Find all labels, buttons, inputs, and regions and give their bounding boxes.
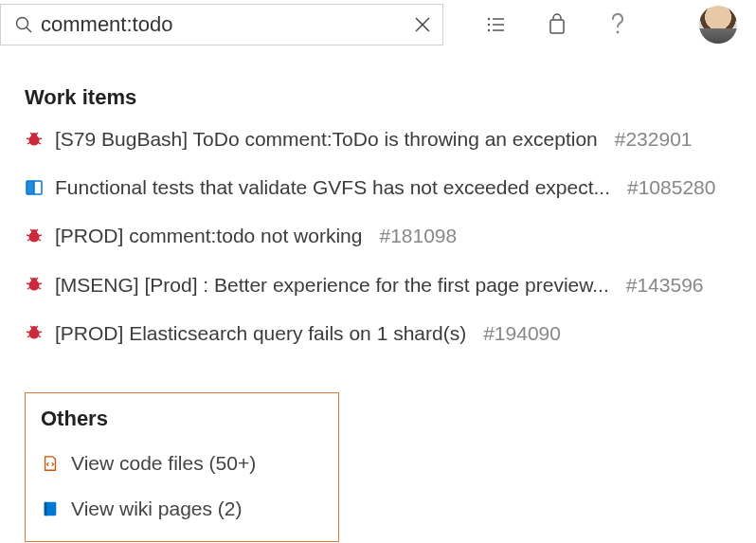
help-icon [606,11,629,38]
search-input[interactable] [33,12,410,37]
svg-point-11 [617,31,620,34]
book-icon [25,178,44,197]
toolbar-icons [481,9,633,40]
svg-line-33 [27,283,30,284]
others-list: View code files (50+)View wiki pages (2) [41,452,323,520]
clear-search-button[interactable] [410,12,435,37]
work-items-heading: Work items [25,85,731,110]
svg-point-0 [17,18,28,29]
work-item-id: #194090 [483,321,561,345]
bag-icon [546,13,568,36]
work-item-title: [MSENG] [Prod] : Better experience for t… [55,273,609,297]
svg-line-15 [38,138,42,139]
search-box[interactable] [0,4,443,45]
bug-icon [25,130,44,149]
work-item-title: Functional tests that validate GVFS has … [55,175,610,199]
svg-rect-10 [550,20,564,33]
others-heading: Others [41,407,323,431]
work-item-id: #232901 [615,127,693,151]
svg-line-41 [27,332,30,333]
svg-rect-21 [27,181,34,194]
svg-line-37 [30,278,32,280]
svg-rect-48 [45,502,47,516]
svg-line-28 [38,239,41,241]
others-item[interactable]: View code files (50+) [41,452,323,475]
work-item-result[interactable]: [PROD] Elasticsearch query fails on 1 sh… [25,321,731,345]
bug-icon [25,323,44,342]
work-item-result[interactable]: [S79 BugBash] ToDo comment:ToDo is throw… [25,127,731,151]
bug-icon [25,275,44,294]
work-item-title: [S79 BugBash] ToDo comment:ToDo is throw… [55,127,598,151]
list-icon [485,13,508,36]
svg-point-6 [488,24,490,26]
svg-line-30 [36,229,38,231]
search-results: Work items [S79 BugBash] ToDo comment:To… [0,49,756,542]
work-item-result[interactable]: Functional tests that validate GVFS has … [25,175,731,199]
others-item[interactable]: View wiki pages (2) [41,498,323,520]
svg-line-34 [38,283,42,284]
work-item-result[interactable]: [MSENG] [Prod] : Better experience for t… [25,273,731,297]
work-items-list: [S79 BugBash] ToDo comment:ToDo is throw… [25,127,731,345]
list-button[interactable] [481,9,512,40]
wiki-icon [41,499,60,518]
svg-line-26 [38,235,42,236]
help-button[interactable] [603,9,633,40]
svg-line-14 [27,138,30,139]
code-file-icon [41,454,60,473]
search-icon [14,15,33,34]
work-item-title: [PROD] comment:todo not working [55,224,362,247]
svg-point-8 [488,29,490,31]
svg-line-44 [38,335,41,337]
close-icon [414,16,431,33]
work-item-id: #1085280 [627,175,715,199]
svg-line-19 [36,133,38,135]
svg-line-29 [30,229,32,231]
svg-line-17 [38,142,41,144]
top-bar [0,0,756,49]
svg-point-4 [488,18,490,20]
work-item-id: #181098 [379,224,457,247]
bug-icon [25,226,44,245]
svg-line-16 [27,142,30,144]
marketplace-button[interactable] [542,9,572,40]
svg-line-25 [27,235,30,236]
svg-line-1 [27,27,31,32]
others-item-label: View wiki pages (2) [71,498,243,520]
others-item-label: View code files (50+) [71,452,256,475]
svg-line-46 [36,326,38,328]
svg-line-36 [38,287,41,289]
svg-line-45 [30,326,32,328]
svg-line-27 [27,239,30,241]
work-item-result[interactable]: [PROD] comment:todo not working#181098 [25,224,731,247]
svg-line-38 [36,278,38,280]
svg-line-35 [27,287,30,289]
svg-line-43 [27,335,30,337]
work-item-id: #143596 [626,273,704,297]
others-section: Others View code files (50+)View wiki pa… [25,392,339,542]
user-avatar[interactable] [699,6,737,44]
svg-line-18 [30,133,32,135]
svg-line-42 [38,332,42,333]
work-item-title: [PROD] Elasticsearch query fails on 1 sh… [55,321,466,345]
